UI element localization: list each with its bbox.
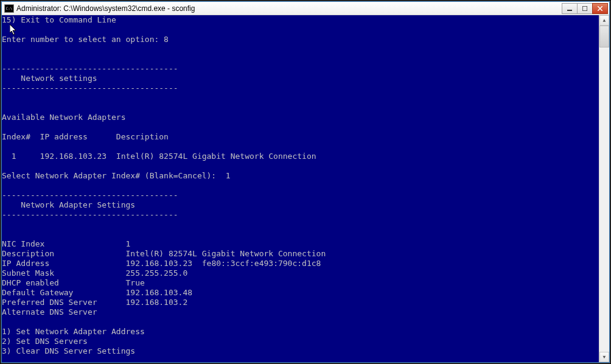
cmd-window: Administrator: C:\Windows\system32\cmd.e… (1, 1, 610, 363)
nic-index-label: NIC Index (2, 239, 126, 248)
exit-line: 15) Exit to Command Line (2, 15, 116, 24)
window-title: Administrator: C:\Windows\system32\cmd.e… (16, 4, 562, 13)
description-label: Description (2, 249, 126, 258)
subnet-mask-value: 255.255.255.0 (126, 268, 188, 278)
close-icon (598, 6, 602, 11)
minimize-icon (567, 6, 572, 11)
content-wrap: 15) Exit to Command Line Enter number to… (2, 15, 609, 362)
subnet-mask-label: Subnet Mask (2, 268, 126, 278)
scroll-down-button[interactable]: ▼ (599, 352, 609, 362)
maximize-icon (582, 6, 587, 11)
window-controls (562, 3, 608, 14)
titlebar[interactable]: Administrator: C:\Windows\system32\cmd.e… (2, 2, 609, 15)
adapter-row: 1 192.168.103.23 Intel(R) 82574L Gigabit… (2, 152, 316, 161)
scrollbar-track[interactable] (599, 26, 609, 352)
nic-index-value: 1 (126, 239, 131, 248)
maximize-button[interactable] (577, 3, 593, 14)
adapter-table-header: Index# IP address Description (2, 132, 169, 141)
divider: ------------------------------------- (2, 83, 178, 93)
scroll-up-button[interactable]: ▲ (599, 15, 609, 26)
description-value: Intel(R) 82574L Gigabit Network Connecti… (126, 249, 326, 258)
divider: ------------------------------------- (2, 64, 178, 73)
dhcp-enabled-value: True (126, 278, 145, 287)
default-gateway-label: Default Gateway (2, 288, 126, 297)
minimize-button[interactable] (562, 3, 578, 14)
alternate-dns-label: Alternate DNS Server (2, 307, 97, 317)
svg-rect-0 (567, 10, 572, 11)
scrollbar-thumb[interactable] (599, 26, 609, 47)
menu-item-2: 2) Set DNS Servers (2, 337, 88, 346)
vertical-scrollbar[interactable]: ▲ ▼ (599, 15, 609, 362)
preferred-dns-value: 192.168.103.2 (126, 298, 188, 307)
divider: ------------------------------------- (2, 210, 178, 219)
divider: ------------------------------------- (2, 191, 178, 200)
terminal-output[interactable]: 15) Exit to Command Line Enter number to… (2, 15, 599, 362)
dhcp-enabled-label: DHCP enabled (2, 278, 126, 287)
section-network-settings: Network settings (2, 74, 97, 83)
prompt-select-option: Enter number to select an option: 8 (2, 35, 169, 44)
menu-item-1: 1) Set Network Adapter Address (2, 327, 145, 336)
menu-item-3: 3) Clear DNS Server Settings (2, 346, 135, 355)
preferred-dns-label: Preferred DNS Server (2, 298, 126, 307)
svg-rect-1 (582, 6, 587, 11)
cmd-icon (4, 4, 14, 13)
available-adapters-title: Available Network Adapters (2, 113, 126, 122)
default-gateway-value: 192.168.103.48 (126, 288, 193, 297)
close-button[interactable] (592, 3, 608, 14)
ip-address-value: 192.168.103.23 fe80::3ccf:e493:790c:d1c8 (126, 259, 321, 268)
section-adapter-settings: Network Adapter Settings (2, 200, 135, 209)
select-adapter-prompt: Select Network Adapter Index# (Blank=Can… (2, 171, 231, 180)
ip-address-label: IP Address (2, 259, 126, 268)
